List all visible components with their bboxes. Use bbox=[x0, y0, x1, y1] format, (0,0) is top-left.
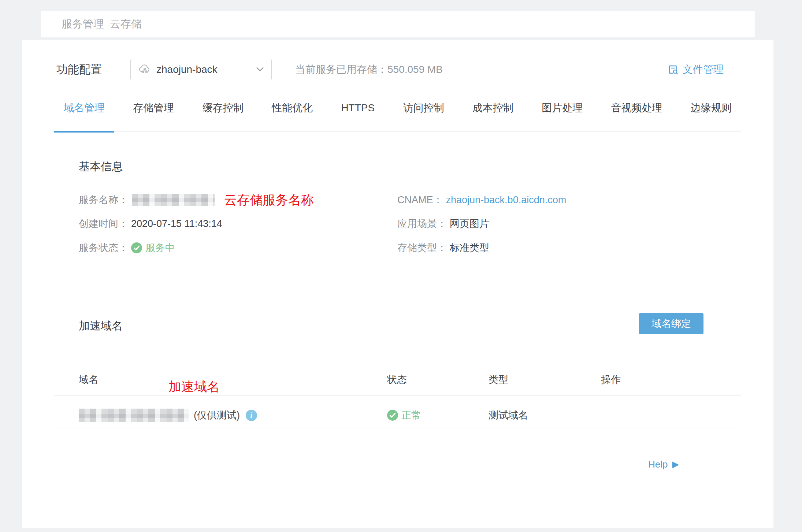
domain-redacted bbox=[79, 409, 189, 422]
tab-bar: 域名管理 存储管理 缓存控制 性能优化 HTTPS 访问控制 成本控制 图片处理… bbox=[54, 84, 741, 132]
help-link[interactable]: Help ▶ bbox=[648, 454, 679, 475]
domain-annotation: 加速域名 bbox=[168, 376, 220, 397]
column-header-actions: 操作 bbox=[601, 370, 621, 390]
file-manager-label: 文件管理 bbox=[683, 63, 724, 77]
help-arrow-icon: ▶ bbox=[672, 460, 679, 469]
page-title: 功能配置 bbox=[56, 59, 102, 80]
bind-domain-button[interactable]: 域名绑定 bbox=[639, 313, 703, 334]
storage-usage: 当前服务已用存储：550.059 MB bbox=[295, 59, 443, 80]
domain-test-suffix: (仅供测试) bbox=[194, 409, 240, 422]
tab-cache-control[interactable]: 缓存控制 bbox=[193, 84, 253, 131]
tab-cost-control[interactable]: 成本控制 bbox=[463, 84, 523, 131]
status-label: 服务状态： bbox=[79, 241, 128, 254]
status-check-icon bbox=[131, 242, 142, 253]
scenario-value: 网页图片 bbox=[450, 217, 489, 230]
status-value: 服务中 bbox=[145, 241, 175, 254]
breadcrumb-cloud-storage[interactable]: 云存储 bbox=[110, 17, 142, 31]
status-check-icon bbox=[387, 410, 398, 421]
column-header-domain: 域名 bbox=[79, 370, 99, 390]
table-row-divider bbox=[54, 428, 741, 428]
tab-av-processing[interactable]: 音视频处理 bbox=[602, 84, 672, 131]
storage-type-row: 存储类型： 标准类型 bbox=[397, 238, 489, 258]
service-name-redacted bbox=[132, 194, 215, 206]
column-header-type: 类型 bbox=[489, 370, 508, 390]
cname-row: CNAME： zhaojun-back.b0.aicdn.com bbox=[397, 190, 566, 210]
scenario-row: 应用场景： 网页图片 bbox=[397, 213, 489, 234]
service-name-row: 服务名称： 云存储服务名称 bbox=[79, 190, 314, 210]
cname-link[interactable]: zhaojun-back.b0.aicdn.com bbox=[446, 194, 567, 206]
table-row-type-cell: 测试域名 bbox=[489, 403, 528, 428]
help-label: Help bbox=[648, 459, 668, 470]
main-card: 功能配置 zhaojun-back 当前服务已用存储：550.059 MB bbox=[22, 40, 773, 528]
row-status-value: 正常 bbox=[401, 409, 421, 422]
scenario-label: 应用场景： bbox=[397, 217, 447, 230]
info-icon[interactable]: i bbox=[246, 410, 257, 421]
column-header-status: 状态 bbox=[387, 370, 407, 390]
file-manager-link[interactable]: 文件管理 bbox=[667, 59, 724, 80]
basic-info-heading: 基本信息 bbox=[79, 157, 123, 176]
breadcrumb: 服务管理 云存储 bbox=[41, 11, 755, 37]
tab-access-control[interactable]: 访问控制 bbox=[394, 84, 454, 131]
storage-type-value: 标准类型 bbox=[450, 241, 489, 254]
table-row-domain-cell: (仅供测试) i bbox=[79, 403, 257, 428]
tab-storage-management[interactable]: 存储管理 bbox=[123, 84, 183, 131]
service-name-label: 服务名称： bbox=[79, 193, 128, 207]
service-selector-value: zhaojun-back bbox=[156, 64, 251, 75]
table-header-divider bbox=[54, 395, 741, 396]
chevron-down-icon bbox=[256, 67, 264, 72]
created-label: 创建时间： bbox=[79, 217, 128, 230]
tab-image-processing[interactable]: 图片处理 bbox=[532, 84, 592, 131]
storage-usage-label: 当前服务已用存储： bbox=[295, 64, 387, 75]
screen: 服务管理 云存储 功能配置 zhaojun-back 当前服务已用存储：5 bbox=[0, 0, 802, 532]
section-divider bbox=[54, 289, 741, 289]
table-row-status-cell: 正常 bbox=[387, 403, 421, 428]
storage-type-label: 存储类型： bbox=[397, 241, 447, 254]
tab-performance[interactable]: 性能优化 bbox=[262, 84, 322, 131]
domains-heading: 加速域名 bbox=[79, 316, 123, 336]
file-manager-icon bbox=[667, 64, 679, 75]
status-row: 服务状态： 服务中 bbox=[79, 238, 175, 258]
breadcrumb-service-management[interactable]: 服务管理 bbox=[62, 17, 104, 31]
cname-label: CNAME： bbox=[397, 193, 443, 207]
service-selector-dropdown[interactable]: zhaojun-back bbox=[130, 59, 272, 80]
created-value: 2020-07-15 11:43:14 bbox=[131, 218, 222, 230]
tab-edge-rules[interactable]: 边缘规则 bbox=[681, 84, 741, 131]
created-row: 创建时间： 2020-07-15 11:43:14 bbox=[79, 213, 222, 234]
tab-https[interactable]: HTTPS bbox=[331, 84, 384, 131]
tab-domain-management[interactable]: 域名管理 bbox=[54, 84, 114, 131]
service-name-annotation: 云存储服务名称 bbox=[224, 191, 314, 209]
cloud-service-icon bbox=[138, 63, 151, 76]
storage-usage-value: 550.059 MB bbox=[387, 64, 443, 75]
